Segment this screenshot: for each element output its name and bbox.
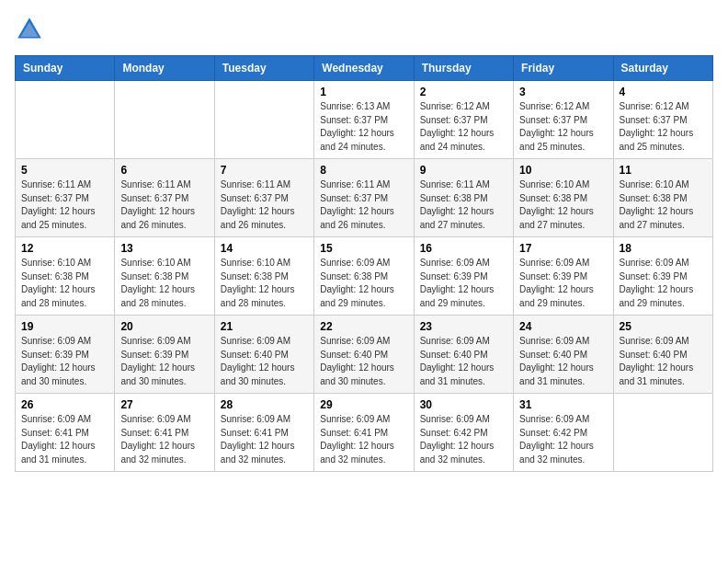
day-info: Sunrise: 6:09 AM Sunset: 6:39 PM Dayligh… bbox=[420, 257, 507, 310]
day-info: Sunrise: 6:09 AM Sunset: 6:38 PM Dayligh… bbox=[320, 257, 407, 310]
day-info: Sunrise: 6:11 AM Sunset: 6:37 PM Dayligh… bbox=[320, 178, 407, 232]
day-info: Sunrise: 6:10 AM Sunset: 6:38 PM Dayligh… bbox=[120, 257, 208, 310]
day-info: Sunrise: 6:09 AM Sunset: 6:41 PM Dayligh… bbox=[120, 413, 208, 466]
calendar-cell: 5Sunrise: 6:11 AM Sunset: 6:37 PM Daylig… bbox=[16, 159, 115, 237]
calendar-cell: 28Sunrise: 6:09 AM Sunset: 6:41 PM Dayli… bbox=[214, 394, 313, 472]
day-info: Sunrise: 6:10 AM Sunset: 6:38 PM Dayligh… bbox=[519, 178, 607, 232]
day-number: 22 bbox=[320, 320, 407, 333]
day-number: 26 bbox=[21, 398, 108, 411]
calendar-cell: 22Sunrise: 6:09 AM Sunset: 6:40 PM Dayli… bbox=[314, 316, 414, 394]
calendar-week-5: 26Sunrise: 6:09 AM Sunset: 6:41 PM Dayli… bbox=[16, 394, 713, 472]
day-number: 30 bbox=[420, 398, 507, 411]
day-number: 10 bbox=[519, 164, 607, 177]
calendar-cell: 9Sunrise: 6:11 AM Sunset: 6:38 PM Daylig… bbox=[414, 159, 513, 237]
day-info: Sunrise: 6:09 AM Sunset: 6:39 PM Dayligh… bbox=[21, 335, 108, 388]
calendar-cell: 14Sunrise: 6:10 AM Sunset: 6:38 PM Dayli… bbox=[214, 237, 313, 316]
day-info: Sunrise: 6:12 AM Sunset: 6:37 PM Dayligh… bbox=[620, 100, 707, 154]
calendar-cell: 13Sunrise: 6:10 AM Sunset: 6:38 PM Dayli… bbox=[115, 237, 214, 316]
calendar-cell: 12Sunrise: 6:10 AM Sunset: 6:38 PM Dayli… bbox=[16, 237, 115, 316]
column-header-sunday: Sunday bbox=[16, 56, 115, 81]
calendar-cell: 23Sunrise: 6:09 AM Sunset: 6:40 PM Dayli… bbox=[414, 316, 513, 394]
day-number: 4 bbox=[620, 86, 707, 98]
column-header-wednesday: Wednesday bbox=[314, 56, 414, 81]
day-number: 3 bbox=[519, 86, 607, 98]
day-info: Sunrise: 6:09 AM Sunset: 6:41 PM Dayligh… bbox=[320, 413, 407, 466]
day-info: Sunrise: 6:09 AM Sunset: 6:41 PM Dayligh… bbox=[221, 413, 308, 466]
calendar-cell: 31Sunrise: 6:09 AM Sunset: 6:42 PM Dayli… bbox=[514, 394, 613, 472]
day-number: 17 bbox=[519, 242, 607, 255]
column-header-tuesday: Tuesday bbox=[214, 56, 313, 81]
day-number: 11 bbox=[620, 164, 707, 177]
day-number: 19 bbox=[21, 320, 108, 333]
logo-icon bbox=[15, 15, 44, 44]
calendar-cell: 24Sunrise: 6:09 AM Sunset: 6:40 PM Dayli… bbox=[514, 316, 613, 394]
day-number: 16 bbox=[420, 242, 507, 255]
day-info: Sunrise: 6:09 AM Sunset: 6:40 PM Dayligh… bbox=[320, 335, 407, 388]
logo bbox=[15, 15, 48, 44]
calendar-cell: 30Sunrise: 6:09 AM Sunset: 6:42 PM Dayli… bbox=[414, 394, 513, 472]
day-info: Sunrise: 6:09 AM Sunset: 6:40 PM Dayligh… bbox=[519, 335, 607, 388]
day-info: Sunrise: 6:12 AM Sunset: 6:37 PM Dayligh… bbox=[420, 100, 507, 154]
calendar-cell: 19Sunrise: 6:09 AM Sunset: 6:39 PM Dayli… bbox=[16, 316, 115, 394]
calendar-week-3: 12Sunrise: 6:10 AM Sunset: 6:38 PM Dayli… bbox=[16, 237, 713, 316]
calendar-cell: 26Sunrise: 6:09 AM Sunset: 6:41 PM Dayli… bbox=[16, 394, 115, 472]
calendar-cell bbox=[214, 81, 313, 159]
day-number: 7 bbox=[221, 164, 308, 177]
day-number: 6 bbox=[120, 164, 208, 177]
day-number: 14 bbox=[221, 242, 308, 255]
calendar-week-1: 1Sunrise: 6:13 AM Sunset: 6:37 PM Daylig… bbox=[16, 81, 713, 159]
day-number: 23 bbox=[420, 320, 507, 333]
day-number: 9 bbox=[420, 164, 507, 177]
day-info: Sunrise: 6:09 AM Sunset: 6:40 PM Dayligh… bbox=[620, 335, 707, 388]
calendar-table: SundayMondayTuesdayWednesdayThursdayFrid… bbox=[15, 55, 713, 472]
page-header bbox=[15, 15, 713, 44]
day-number: 13 bbox=[120, 242, 208, 255]
calendar-cell: 15Sunrise: 6:09 AM Sunset: 6:38 PM Dayli… bbox=[314, 237, 414, 316]
calendar-cell: 20Sunrise: 6:09 AM Sunset: 6:39 PM Dayli… bbox=[115, 316, 214, 394]
calendar-cell bbox=[16, 81, 115, 159]
calendar-cell: 18Sunrise: 6:09 AM Sunset: 6:39 PM Dayli… bbox=[613, 237, 712, 316]
day-info: Sunrise: 6:09 AM Sunset: 6:39 PM Dayligh… bbox=[120, 335, 208, 388]
day-number: 27 bbox=[120, 398, 208, 411]
day-number: 25 bbox=[620, 320, 707, 333]
calendar-cell: 4Sunrise: 6:12 AM Sunset: 6:37 PM Daylig… bbox=[613, 81, 712, 159]
calendar-cell: 3Sunrise: 6:12 AM Sunset: 6:37 PM Daylig… bbox=[514, 81, 613, 159]
day-info: Sunrise: 6:12 AM Sunset: 6:37 PM Dayligh… bbox=[519, 100, 607, 154]
calendar-cell: 17Sunrise: 6:09 AM Sunset: 6:39 PM Dayli… bbox=[514, 237, 613, 316]
day-number: 21 bbox=[221, 320, 308, 333]
day-info: Sunrise: 6:11 AM Sunset: 6:37 PM Dayligh… bbox=[221, 178, 308, 232]
day-number: 12 bbox=[21, 242, 108, 255]
day-number: 5 bbox=[21, 164, 108, 177]
day-info: Sunrise: 6:11 AM Sunset: 6:37 PM Dayligh… bbox=[120, 178, 208, 232]
day-info: Sunrise: 6:10 AM Sunset: 6:38 PM Dayligh… bbox=[620, 178, 707, 232]
day-info: Sunrise: 6:10 AM Sunset: 6:38 PM Dayligh… bbox=[21, 257, 108, 310]
column-header-saturday: Saturday bbox=[613, 56, 712, 81]
day-number: 20 bbox=[120, 320, 208, 333]
day-info: Sunrise: 6:09 AM Sunset: 6:42 PM Dayligh… bbox=[519, 413, 607, 466]
column-header-thursday: Thursday bbox=[414, 56, 513, 81]
day-info: Sunrise: 6:11 AM Sunset: 6:38 PM Dayligh… bbox=[420, 178, 507, 232]
calendar-cell: 7Sunrise: 6:11 AM Sunset: 6:37 PM Daylig… bbox=[214, 159, 313, 237]
day-info: Sunrise: 6:09 AM Sunset: 6:40 PM Dayligh… bbox=[221, 335, 308, 388]
day-number: 8 bbox=[320, 164, 407, 177]
day-info: Sunrise: 6:13 AM Sunset: 6:37 PM Dayligh… bbox=[320, 100, 407, 154]
day-info: Sunrise: 6:09 AM Sunset: 6:42 PM Dayligh… bbox=[420, 413, 507, 466]
calendar-week-4: 19Sunrise: 6:09 AM Sunset: 6:39 PM Dayli… bbox=[16, 316, 713, 394]
day-number: 2 bbox=[420, 86, 507, 98]
day-info: Sunrise: 6:09 AM Sunset: 6:39 PM Dayligh… bbox=[519, 257, 607, 310]
day-number: 29 bbox=[320, 398, 407, 411]
calendar-cell: 27Sunrise: 6:09 AM Sunset: 6:41 PM Dayli… bbox=[115, 394, 214, 472]
day-number: 31 bbox=[519, 398, 607, 411]
calendar-cell: 10Sunrise: 6:10 AM Sunset: 6:38 PM Dayli… bbox=[514, 159, 613, 237]
day-info: Sunrise: 6:11 AM Sunset: 6:37 PM Dayligh… bbox=[21, 178, 108, 232]
calendar-cell bbox=[613, 394, 712, 472]
calendar-cell: 11Sunrise: 6:10 AM Sunset: 6:38 PM Dayli… bbox=[613, 159, 712, 237]
day-number: 1 bbox=[320, 86, 407, 98]
calendar-cell: 6Sunrise: 6:11 AM Sunset: 6:37 PM Daylig… bbox=[115, 159, 214, 237]
day-number: 28 bbox=[221, 398, 308, 411]
calendar-cell: 2Sunrise: 6:12 AM Sunset: 6:37 PM Daylig… bbox=[414, 81, 513, 159]
day-info: Sunrise: 6:09 AM Sunset: 6:40 PM Dayligh… bbox=[420, 335, 507, 388]
calendar-week-2: 5Sunrise: 6:11 AM Sunset: 6:37 PM Daylig… bbox=[16, 159, 713, 237]
day-info: Sunrise: 6:09 AM Sunset: 6:39 PM Dayligh… bbox=[620, 257, 707, 310]
calendar-cell: 21Sunrise: 6:09 AM Sunset: 6:40 PM Dayli… bbox=[214, 316, 313, 394]
